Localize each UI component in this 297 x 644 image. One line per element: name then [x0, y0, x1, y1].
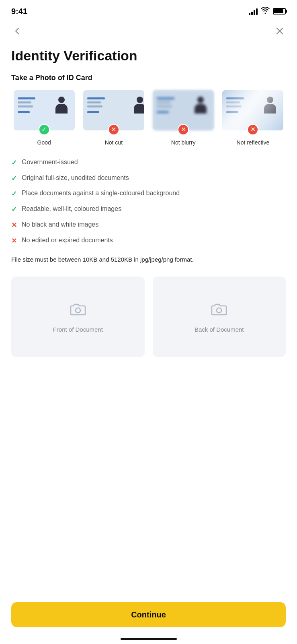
req-no-bw: ✕ No black and white images [11, 220, 286, 230]
continue-btn-wrap: Continue [0, 596, 297, 644]
home-indicator [121, 638, 177, 640]
cross-icon-5: ✕ [11, 236, 17, 246]
section-label: Take a Photo of ID Card [11, 74, 286, 82]
signal-icon [249, 8, 258, 15]
card-notcut-img: ✕ [83, 90, 144, 130]
req-text-5: No edited or expired documents [22, 236, 113, 245]
req-text-2: Place documents against a single-coloure… [22, 189, 180, 198]
notreflective-badge: ✕ [247, 124, 258, 135]
example-notblurry: ✕ Not blurry [151, 90, 216, 146]
upload-area: Front of Document Back of Document [11, 277, 286, 357]
check-icon-2: ✓ [11, 189, 17, 199]
card-notreflective-img: ✕ [222, 90, 283, 130]
req-text-0: Government-issued [22, 158, 78, 167]
back-button[interactable] [11, 25, 23, 39]
notcut-badge: ✕ [108, 124, 119, 135]
file-note: File size must be between 10KB and 5120K… [11, 255, 286, 264]
back-upload-label: Back of Document [195, 326, 244, 333]
req-text-4: No black and white images [22, 220, 98, 229]
req-government: ✓ Government-issued [11, 158, 286, 168]
notcut-label: Not cut [105, 139, 123, 146]
notblurry-badge: ✕ [178, 124, 189, 135]
nav-bar [0, 21, 297, 43]
page-title: Identity Verification [11, 47, 286, 64]
back-upload-box[interactable]: Back of Document [153, 277, 286, 357]
good-label: Good [37, 139, 51, 146]
status-time: 9:41 [11, 7, 27, 16]
front-upload-label: Front of Document [53, 326, 103, 333]
req-no-edited: ✕ No edited or expired documents [11, 236, 286, 246]
good-badge: ✓ [39, 124, 50, 135]
example-good: ✓ Good [11, 90, 77, 146]
req-background: ✓ Place documents against a single-colou… [11, 189, 286, 199]
card-good-img: ✓ [14, 90, 75, 130]
example-notcut: ✕ Not cut [81, 90, 146, 146]
svg-point-0 [76, 308, 80, 313]
status-bar: 9:41 [0, 0, 297, 21]
cross-icon-4: ✕ [11, 221, 17, 230]
card-notblurry-img: ✕ [153, 90, 214, 130]
status-icons [249, 7, 286, 16]
example-notreflective: ✕ Not reflective [220, 90, 286, 146]
check-icon-0: ✓ [11, 158, 17, 168]
back-camera-icon [210, 300, 228, 320]
battery-icon [273, 8, 286, 14]
front-camera-icon [69, 300, 87, 320]
requirements-list: ✓ Government-issued ✓ Original full-size… [11, 158, 286, 246]
front-upload-box[interactable]: Front of Document [11, 277, 145, 357]
main-content: Identity Verification Take a Photo of ID… [0, 47, 297, 357]
continue-button[interactable]: Continue [11, 602, 286, 627]
req-text-3: Readable, well-lit, coloured images [22, 204, 121, 213]
close-button[interactable] [274, 25, 286, 39]
id-examples: ✓ Good ✕ [11, 90, 286, 146]
req-readable: ✓ Readable, well-lit, coloured images [11, 204, 286, 215]
svg-point-1 [217, 308, 221, 313]
notreflective-label: Not reflective [237, 139, 270, 146]
req-text-1: Original full-size, unedited documents [22, 173, 129, 182]
req-original: ✓ Original full-size, unedited documents [11, 173, 286, 184]
check-icon-3: ✓ [11, 205, 17, 215]
notblurry-label: Not blurry [171, 139, 196, 146]
wifi-icon [261, 7, 270, 16]
check-icon-1: ✓ [11, 174, 17, 184]
